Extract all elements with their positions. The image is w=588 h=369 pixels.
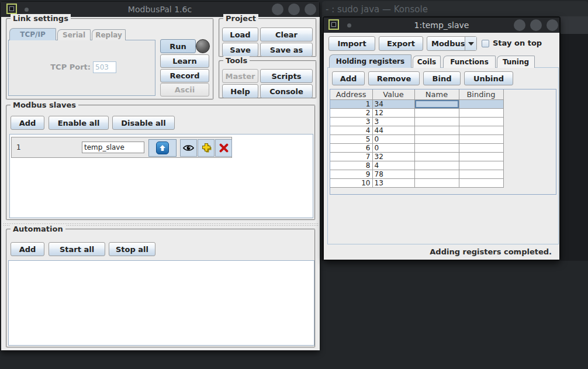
console-button[interactable]: Console (260, 84, 313, 98)
modbus-mode-combo[interactable]: Modbus (427, 36, 477, 51)
cell-name[interactable] (414, 152, 459, 161)
cell-address[interactable]: 1 (330, 99, 372, 108)
cell-address[interactable]: 10 (330, 178, 372, 187)
cell-binding[interactable] (459, 117, 503, 126)
tcp-port-field[interactable] (93, 61, 116, 73)
tab-tcpip[interactable]: TCP/IP (9, 28, 56, 40)
cell-address[interactable]: 4 (330, 126, 372, 135)
cell-binding[interactable] (459, 178, 503, 187)
cell-name[interactable] (414, 108, 459, 117)
tab-holding-registers[interactable]: Holding registers (329, 54, 411, 68)
col-header-binding[interactable]: Binding (459, 89, 503, 99)
tab-replay[interactable]: Replay (92, 29, 126, 40)
cell-name[interactable] (414, 135, 459, 143)
cell-binding[interactable] (459, 108, 503, 117)
table-row[interactable]: 2 12 (330, 108, 503, 117)
scripts-button[interactable]: Scripts (260, 69, 313, 83)
cell-name[interactable] (414, 126, 459, 135)
window-control-maximize[interactable] (530, 19, 542, 31)
cell-name[interactable] (414, 143, 459, 152)
cell-value[interactable]: 3 (372, 117, 414, 126)
table-row[interactable]: 4 44 (330, 126, 503, 135)
cell-address[interactable]: 2 (330, 108, 372, 117)
clear-button[interactable]: Clear (260, 27, 313, 42)
tab-serial[interactable]: Serial (57, 29, 91, 40)
register-add-button[interactable]: Add (332, 71, 365, 85)
cell-name[interactable] (414, 170, 459, 178)
tab-coils[interactable]: Coils (413, 56, 441, 68)
cell-name[interactable] (414, 161, 459, 170)
register-remove-button[interactable]: Remove (368, 71, 420, 85)
cell-binding[interactable] (459, 152, 503, 161)
import-button[interactable]: Import (328, 36, 375, 51)
cell-address[interactable]: 5 (330, 135, 372, 143)
table-row[interactable]: 7 32 (330, 152, 503, 161)
window-control-minimize[interactable] (272, 4, 283, 15)
cell-binding[interactable] (459, 99, 503, 108)
cell-name[interactable] (414, 117, 459, 126)
load-button[interactable]: Load (222, 27, 258, 42)
col-header-value[interactable]: Value (372, 89, 414, 99)
cell-address[interactable]: 7 (330, 152, 372, 161)
table-row[interactable]: 1 34 (330, 99, 503, 108)
record-button[interactable]: Record (160, 69, 209, 82)
col-header-address[interactable]: Address (330, 89, 372, 99)
register-unbind-button[interactable]: Unbind (464, 71, 513, 85)
save-button[interactable]: Save (222, 43, 258, 57)
export-button[interactable]: Export (379, 36, 423, 51)
cell-binding[interactable] (459, 126, 503, 135)
window-control-maximize[interactable] (288, 4, 300, 15)
cell-value[interactable]: 44 (372, 126, 414, 135)
cell-value[interactable]: 13 (372, 178, 414, 187)
slave-enable-toggle[interactable] (148, 139, 177, 157)
cell-address[interactable]: 6 (330, 143, 372, 152)
cell-binding[interactable] (459, 143, 503, 152)
register-bind-button[interactable]: Bind (423, 71, 461, 85)
tab-functions[interactable]: Functions (443, 56, 496, 68)
disable-all-button[interactable]: Disable all (112, 116, 175, 130)
slave-duplicate-button[interactable] (198, 139, 215, 157)
cell-value[interactable]: 12 (372, 108, 414, 117)
run-button[interactable]: Run (160, 39, 196, 53)
window-control-minimize[interactable] (514, 19, 525, 31)
table-row[interactable]: 9 78 (330, 170, 503, 178)
slave-view-button[interactable] (180, 139, 197, 157)
table-row[interactable]: 5 0 (330, 135, 503, 143)
stay-on-top-checkbox[interactable] (482, 40, 489, 47)
window-control-close[interactable] (547, 19, 558, 31)
window-control-close[interactable] (305, 4, 316, 15)
slave-add-button[interactable]: Add (11, 116, 44, 130)
registers-scrollpane[interactable]: Address Value Name Binding 1 34 2 12 (330, 89, 556, 195)
cell-binding[interactable] (459, 170, 503, 178)
table-row[interactable]: 6 0 (330, 143, 503, 152)
table-row[interactable]: 10 13 (330, 178, 503, 187)
cell-address[interactable]: 9 (330, 170, 372, 178)
start-all-button[interactable]: Start all (49, 242, 105, 256)
cell-address[interactable]: 3 (330, 117, 372, 126)
cell-name-focused[interactable] (414, 99, 459, 108)
col-header-name[interactable]: Name (414, 89, 459, 99)
learn-button[interactable]: Learn (160, 54, 209, 68)
cell-binding[interactable] (459, 161, 503, 170)
help-button[interactable]: Help (222, 84, 258, 98)
stop-all-button[interactable]: Stop all (109, 242, 155, 256)
cell-value[interactable]: 4 (372, 161, 414, 170)
slave-name-field[interactable] (82, 142, 144, 153)
cell-binding[interactable] (459, 135, 503, 143)
table-row[interactable]: 8 4 (330, 161, 503, 170)
cell-value[interactable]: 32 (372, 152, 414, 161)
chevron-down-icon[interactable] (465, 37, 476, 50)
tab-tuning[interactable]: Tuning (497, 56, 535, 68)
cell-name[interactable] (414, 178, 459, 187)
cell-address[interactable]: 8 (330, 161, 372, 170)
slave-delete-button[interactable] (215, 139, 232, 157)
automation-add-button[interactable]: Add (11, 242, 44, 256)
cell-value[interactable]: 0 (372, 135, 414, 143)
cell-value[interactable]: 78 (372, 170, 414, 178)
enable-all-button[interactable]: Enable all (49, 116, 109, 130)
slave-titlebar[interactable]: 1:temp_slave (324, 18, 559, 33)
save-as-button[interactable]: Save as (260, 43, 313, 57)
cell-value[interactable]: 0 (372, 143, 414, 152)
table-row[interactable]: 3 3 (330, 117, 503, 126)
cell-value[interactable]: 34 (372, 99, 414, 108)
